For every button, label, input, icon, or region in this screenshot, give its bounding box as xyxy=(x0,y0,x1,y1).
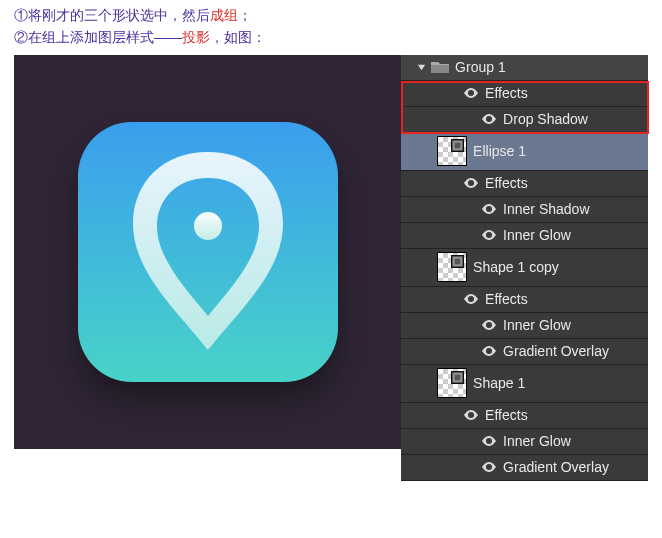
line2-pre: ②在组上添加图层样式—— xyxy=(14,29,182,45)
visibility-eye-icon[interactable] xyxy=(463,85,479,101)
visibility-eye-icon[interactable] xyxy=(481,111,497,127)
gradient-overlay-label: Gradient Overlay xyxy=(503,343,642,359)
svg-rect-4 xyxy=(454,374,461,381)
inner-glow-row[interactable]: Inner Glow xyxy=(401,313,648,339)
layer-ellipse-1[interactable]: Ellipse 1 xyxy=(401,133,648,171)
layer-group-1[interactable]: Group 1 xyxy=(401,55,648,81)
inner-glow-label: Inner Glow xyxy=(503,433,642,449)
inner-shadow-label: Inner Shadow xyxy=(503,201,642,217)
layer-shape-1[interactable]: Shape 1 xyxy=(401,365,648,403)
svg-rect-2 xyxy=(454,142,461,149)
ellipse-label: Ellipse 1 xyxy=(473,143,642,159)
shape1-label: Shape 1 xyxy=(473,375,642,391)
visibility-eye-icon[interactable] xyxy=(481,317,497,333)
line2-red: 投影 xyxy=(182,29,210,45)
preview-canvas xyxy=(14,55,401,449)
line1-red: 成组 xyxy=(210,7,238,23)
gradient-overlay-row[interactable]: Gradient Overlay xyxy=(401,339,648,365)
line2-post: ，如图： xyxy=(210,29,266,45)
svg-marker-1 xyxy=(418,65,425,70)
visibility-eye-icon[interactable] xyxy=(481,227,497,243)
rounded-icon xyxy=(78,122,338,382)
inner-glow-label: Inner Glow xyxy=(503,317,642,333)
inner-glow-row[interactable]: Inner Glow xyxy=(401,429,648,455)
layer-shape-1-copy[interactable]: Shape 1 copy xyxy=(401,249,648,287)
vector-mask-icon xyxy=(451,371,464,384)
inner-glow-label: Inner Glow xyxy=(503,227,642,243)
shape1copy-label: Shape 1 copy xyxy=(473,259,642,275)
layer-thumbnail xyxy=(437,136,467,166)
visibility-eye-icon[interactable] xyxy=(481,459,497,475)
twirl-down-icon[interactable] xyxy=(417,63,427,72)
svg-point-0 xyxy=(194,212,222,240)
ellipse-effects-row[interactable]: Effects xyxy=(401,171,648,197)
visibility-eye-icon[interactable] xyxy=(463,175,479,191)
inner-shadow-row[interactable]: Inner Shadow xyxy=(401,197,648,223)
visibility-eye-icon[interactable] xyxy=(463,291,479,307)
folder-icon xyxy=(431,60,449,74)
line1-pre: ①将刚才的三个形状选中，然后 xyxy=(14,7,210,23)
inner-glow-row[interactable]: Inner Glow xyxy=(401,223,648,249)
visibility-eye-icon[interactable] xyxy=(481,433,497,449)
visibility-eye-icon[interactable] xyxy=(481,343,497,359)
drop-shadow-label: Drop Shadow xyxy=(503,111,642,127)
group-effects-row[interactable]: Effects xyxy=(401,81,648,107)
pin-icon xyxy=(123,142,293,362)
effects-label: Effects xyxy=(485,407,642,423)
layer-thumbnail xyxy=(437,368,467,398)
shape1-effects-row[interactable]: Effects xyxy=(401,403,648,429)
svg-rect-3 xyxy=(454,258,461,265)
gradient-overlay-label: Gradient Overlay xyxy=(503,459,642,475)
shape1copy-effects-row[interactable]: Effects xyxy=(401,287,648,313)
vector-mask-icon xyxy=(451,255,464,268)
effects-label: Effects xyxy=(485,175,642,191)
effects-label: Effects xyxy=(485,85,642,101)
group-label: Group 1 xyxy=(455,59,642,75)
layers-panel[interactable]: Group 1 Effects Drop Shadow xyxy=(401,55,648,481)
gradient-overlay-row[interactable]: Gradient Overlay xyxy=(401,455,648,481)
visibility-eye-icon[interactable] xyxy=(463,407,479,423)
vector-mask-icon xyxy=(451,139,464,152)
instructions-text: ①将刚才的三个形状选中，然后成组； ②在组上添加图层样式——投影，如图： xyxy=(0,0,662,55)
layer-thumbnail xyxy=(437,252,467,282)
effects-label: Effects xyxy=(485,291,642,307)
visibility-eye-icon[interactable] xyxy=(481,201,497,217)
drop-shadow-row[interactable]: Drop Shadow xyxy=(401,107,648,133)
line1-post: ； xyxy=(238,7,252,23)
